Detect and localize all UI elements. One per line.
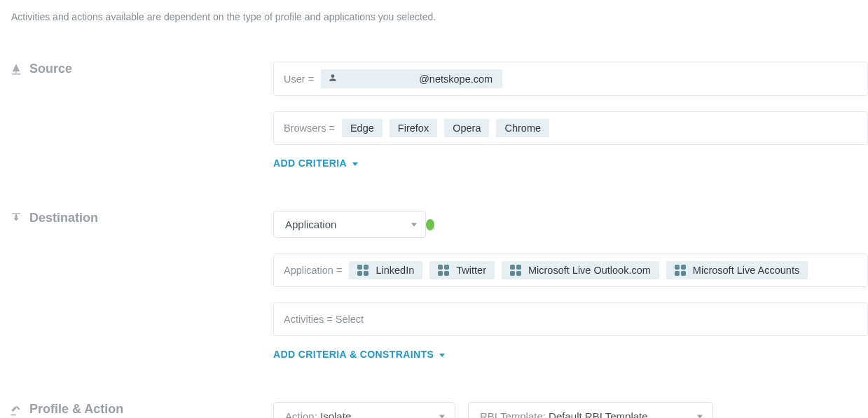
action-select[interactable]: Action: Isolate <box>273 402 455 418</box>
section-heading-profile-action: Profile & Action <box>10 402 273 417</box>
template-value: Default RBI Template <box>546 410 648 418</box>
status-dot-icon <box>426 219 434 230</box>
section-source: Source User = @netskope.com Browsers = E… <box>10 62 868 169</box>
application-name: Microsoft Live Accounts <box>693 265 799 276</box>
rbi-template-select[interactable]: RBI Template: Default RBI Template <box>468 402 713 418</box>
section-title: Profile & Action <box>29 402 123 417</box>
app-grid-icon <box>438 265 449 276</box>
destination-type-value: Application <box>285 218 336 230</box>
application-name: Microsoft Live Outlook.com <box>528 265 651 276</box>
add-criteria-label: ADD CRITERIA & CONSTRAINTS <box>273 349 434 360</box>
application-name: Twitter <box>456 265 486 276</box>
caret-down-icon <box>439 414 445 418</box>
activities-label: Activities = Select <box>284 314 364 325</box>
section-heading-source: Source <box>10 62 273 76</box>
activities-criteria-row[interactable]: Activities = Select <box>273 302 868 336</box>
caret-down-icon <box>439 354 445 357</box>
template-key: RBI Template: <box>480 410 546 418</box>
section-title: Destination <box>29 211 98 225</box>
browser-chip[interactable]: Opera <box>444 119 489 137</box>
application-chip[interactable]: Twitter <box>429 261 495 279</box>
destination-icon <box>10 212 22 225</box>
section-heading-destination: Destination <box>10 211 273 225</box>
browsers-label: Browsers = <box>284 123 335 134</box>
user-label: User = <box>284 74 314 85</box>
browsers-criteria-row[interactable]: Browsers = Edge Firefox Opera Chrome <box>273 111 868 145</box>
application-criteria-row[interactable]: Application = LinkedIn Twitter Microsoft… <box>273 253 868 287</box>
section-profile-action: Profile & Action Action: Isolate RBI Tem… <box>10 402 868 418</box>
user-criteria-row[interactable]: User = @netskope.com <box>273 62 868 96</box>
action-key: Action: <box>285 410 317 418</box>
destination-type-select[interactable]: Application <box>273 211 426 238</box>
add-criteria-label: ADD CRITERIA <box>273 158 347 169</box>
browser-chip[interactable]: Chrome <box>496 119 549 137</box>
browser-chip[interactable]: Edge <box>342 119 383 137</box>
application-chip[interactable]: LinkedIn <box>349 261 422 279</box>
section-destination: Destination Application Application = Li… <box>10 211 868 360</box>
source-icon <box>10 63 22 76</box>
application-chip[interactable]: Microsoft Live Accounts <box>666 261 808 279</box>
user-icon <box>328 73 338 85</box>
caret-down-icon <box>411 223 417 226</box>
add-criteria-destination[interactable]: ADD CRITERIA & CONSTRAINTS <box>273 349 445 360</box>
app-grid-icon <box>675 265 686 276</box>
app-grid-icon <box>357 265 368 276</box>
browser-chip[interactable]: Firefox <box>390 119 437 137</box>
intro-text: Activities and actions available are dep… <box>11 11 868 22</box>
application-chip[interactable]: Microsoft Live Outlook.com <box>502 261 659 279</box>
application-name: LinkedIn <box>376 265 414 276</box>
caret-down-icon <box>697 414 703 418</box>
action-value: Isolate <box>317 410 351 418</box>
section-title: Source <box>29 62 72 76</box>
caret-down-icon <box>352 162 358 166</box>
user-chip[interactable]: @netskope.com <box>321 69 502 88</box>
application-label: Application = <box>284 265 342 276</box>
app-grid-icon <box>510 265 521 276</box>
add-criteria-source[interactable]: ADD CRITERIA <box>273 158 358 169</box>
gavel-icon <box>10 403 22 416</box>
user-value: @netskope.com <box>419 74 492 85</box>
